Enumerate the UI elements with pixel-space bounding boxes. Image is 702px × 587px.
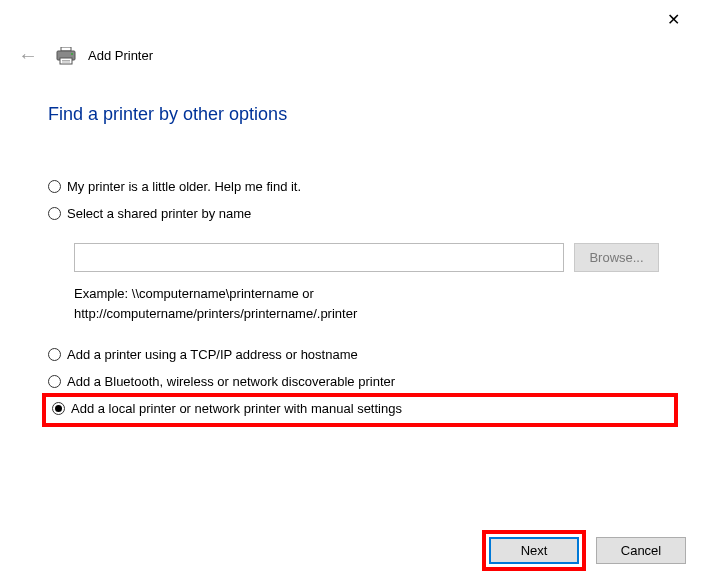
page-title: Find a printer by other options xyxy=(48,104,678,125)
shared-printer-input-row: Browse... xyxy=(74,243,678,272)
radio-icon xyxy=(52,402,65,415)
highlight-box-local-option: Add a local printer or network printer w… xyxy=(42,393,678,427)
option-older-printer[interactable]: My printer is a little older. Help me fi… xyxy=(48,173,678,200)
option-label: My printer is a little older. Help me fi… xyxy=(67,179,301,194)
option-shared-printer[interactable]: Select a shared printer by name xyxy=(48,200,678,227)
footer-buttons: Next Cancel xyxy=(482,530,686,571)
option-label: Add a printer using a TCP/IP address or … xyxy=(67,347,358,362)
option-bluetooth-printer[interactable]: Add a Bluetooth, wireless or network dis… xyxy=(48,368,678,395)
back-arrow-icon[interactable]: ← xyxy=(12,44,44,67)
option-label: Select a shared printer by name xyxy=(67,206,251,221)
browse-button: Browse... xyxy=(574,243,659,272)
close-icon[interactable]: ✕ xyxy=(659,6,688,33)
option-local-printer[interactable]: Add a local printer or network printer w… xyxy=(48,399,672,418)
next-button[interactable]: Next xyxy=(489,537,579,564)
option-tcpip-printer[interactable]: Add a printer using a TCP/IP address or … xyxy=(48,341,678,368)
example-line2: http://computername/printers/printername… xyxy=(74,304,678,324)
content-area: Find a printer by other options My print… xyxy=(48,104,678,427)
option-label: Add a local printer or network printer w… xyxy=(71,401,402,416)
cancel-button[interactable]: Cancel xyxy=(596,537,686,564)
nav-header: ← Add Printer xyxy=(12,44,153,67)
radio-icon xyxy=(48,348,61,361)
svg-point-2 xyxy=(71,53,73,55)
example-text: Example: \\computername\printername or h… xyxy=(74,284,678,323)
svg-rect-0 xyxy=(61,47,71,51)
highlight-box-next-button: Next xyxy=(482,530,586,571)
printer-options-group: My printer is a little older. Help me fi… xyxy=(48,173,678,427)
option-label: Add a Bluetooth, wireless or network dis… xyxy=(67,374,395,389)
example-line1: Example: \\computername\printername or xyxy=(74,284,678,304)
shared-printer-input[interactable] xyxy=(74,243,564,272)
header-title: Add Printer xyxy=(88,48,153,63)
printer-icon xyxy=(56,47,76,65)
svg-rect-3 xyxy=(60,58,72,64)
radio-icon xyxy=(48,207,61,220)
radio-icon xyxy=(48,375,61,388)
radio-icon xyxy=(48,180,61,193)
